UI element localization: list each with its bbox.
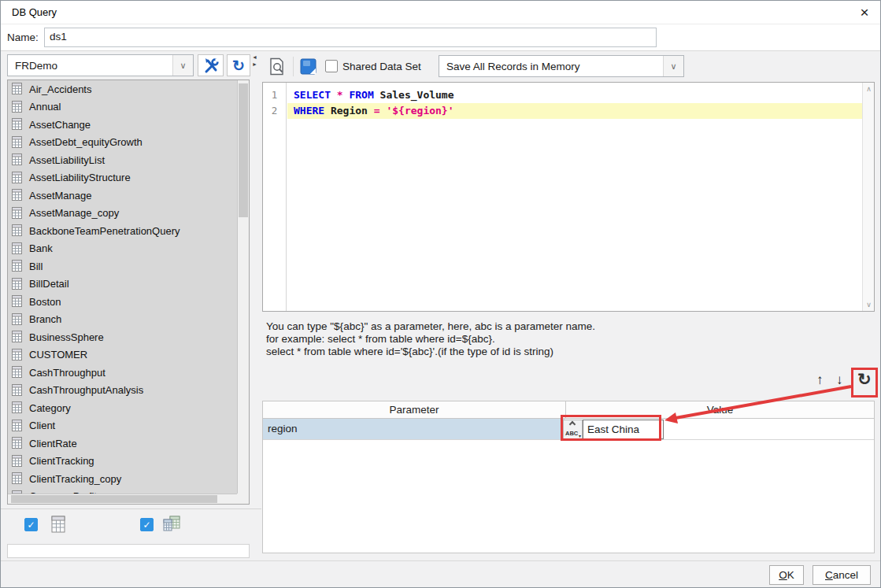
list-item-assetliabilitystructure[interactable]: AssetLiabilityStructure xyxy=(8,169,237,187)
scroll-down-icon[interactable]: ∨ xyxy=(863,298,875,311)
sql-vertical-scrollbar[interactable]: ∧ ∨ xyxy=(862,83,874,311)
list-item-category[interactable]: Category xyxy=(8,399,237,417)
list-item-cashthroughputanalysis[interactable]: CashThroughputAnalysis xyxy=(8,382,237,400)
connection-config-button[interactable] xyxy=(198,54,224,76)
list-item-clienttracking[interactable]: ClientTracking xyxy=(8,453,237,471)
refresh-params-icon[interactable]: ↻ xyxy=(857,370,872,389)
move-param-down-icon[interactable]: ↓ xyxy=(836,372,843,388)
chevron-down-icon: ∨ xyxy=(172,55,193,76)
connection-select-value: FRDemo xyxy=(8,60,172,72)
table-icon xyxy=(12,224,23,237)
parameter-table: Parameter Value region ABC ▾ East China xyxy=(262,401,875,553)
table-icon xyxy=(12,366,23,379)
parameter-name-cell[interactable]: region xyxy=(263,419,565,439)
table-icon xyxy=(12,331,23,343)
preview-icon xyxy=(269,57,286,76)
list-item-boston[interactable]: Boston xyxy=(8,293,237,311)
table-icon xyxy=(12,189,23,202)
column-header-parameter: Parameter xyxy=(263,401,566,418)
list-item-cashthroughput[interactable]: CashThroughput xyxy=(8,364,237,382)
list-item-assetmanage[interactable]: AssetManage xyxy=(8,187,237,205)
panel-splitter[interactable]: ◄ ► xyxy=(251,51,261,552)
move-param-up-icon[interactable]: ↑ xyxy=(816,372,824,388)
storage-mode-value: Save All Records in Memory xyxy=(439,61,663,72)
show-views-checkbox[interactable]: ✓ xyxy=(140,518,154,531)
parameter-table-header: Parameter Value xyxy=(263,401,874,419)
connection-refresh-button[interactable]: ↻ xyxy=(227,54,250,76)
table-list-horizontal-scrollbar[interactable] xyxy=(8,494,237,504)
table-icon xyxy=(12,401,23,414)
scroll-up-icon[interactable]: ∧ xyxy=(863,83,875,95)
check-icon: ✓ xyxy=(27,520,35,531)
list-item-assetliabilitylist[interactable]: AssetLiabilityList xyxy=(8,151,237,169)
table-name-label: ClientRate xyxy=(29,438,77,449)
toolbar-separator xyxy=(293,57,294,76)
preview-button[interactable] xyxy=(267,56,288,77)
sql-editor[interactable]: 12 SELECT * FROM Sales_VolumeWHERE Regio… xyxy=(262,82,875,312)
save-icon xyxy=(300,58,317,76)
list-item-backboneteampenetrationquery[interactable]: BackboneTeamPenetrationQuery xyxy=(8,222,237,240)
table-name-label: CashThroughput xyxy=(29,367,105,379)
left-panel-footer-box xyxy=(7,544,250,558)
list-item-businesssphere[interactable]: BusinessSphere xyxy=(8,328,237,346)
table-list-vertical-scrollbar[interactable] xyxy=(237,80,249,494)
table-name-label: BackboneTeamPenetrationQuery xyxy=(29,225,180,237)
table-icon xyxy=(12,207,23,220)
list-item-branch[interactable]: Branch xyxy=(8,311,237,329)
divider xyxy=(1,508,261,509)
connection-select[interactable]: FRDemo ∨ xyxy=(7,54,194,76)
sql-line-1[interactable]: SELECT * FROM Sales_Volume xyxy=(287,87,863,103)
storage-mode-select[interactable]: Save All Records in Memory ∨ xyxy=(439,55,684,77)
chevron-down-icon: ∨ xyxy=(663,56,683,76)
cancel-button[interactable]: Cancel xyxy=(813,565,871,585)
table-icon xyxy=(12,101,23,113)
sql-token: = xyxy=(374,105,380,116)
scrollbar-thumb[interactable] xyxy=(11,495,217,503)
list-item-bill[interactable]: Bill xyxy=(8,257,237,276)
list-item-clienttracking_copy[interactable]: ClientTracking_copy xyxy=(8,470,237,488)
table-name-label: Boston xyxy=(29,296,61,308)
save-dataset-button[interactable] xyxy=(298,57,319,77)
collapse-left-icon[interactable]: ◄ xyxy=(252,54,257,60)
help-line: for example: select * from table where i… xyxy=(266,333,864,346)
show-tables-checkbox[interactable]: ✓ xyxy=(24,518,38,531)
sql-line-2[interactable]: WHERE Region = '${region}' xyxy=(287,103,863,119)
list-item-client[interactable]: Client xyxy=(8,417,237,435)
list-item-bank[interactable]: Bank xyxy=(8,240,237,258)
sql-token: * xyxy=(337,89,343,101)
table-row[interactable]: region ABC ▾ East China xyxy=(263,419,874,440)
list-item-assetchange[interactable]: AssetChange xyxy=(8,116,237,134)
scrollbar-thumb[interactable] xyxy=(239,83,248,217)
view-filter-icon xyxy=(162,515,182,534)
list-item-air_accidents[interactable]: Air_Accidents xyxy=(8,80,237,98)
check-icon: ✓ xyxy=(143,520,150,531)
help-line: You can type "${abc}" as a parameter, he… xyxy=(266,320,864,333)
list-item-assetmanage_copy[interactable]: AssetManage_copy xyxy=(8,205,237,223)
sql-token: WHERE xyxy=(294,105,324,116)
parameter-value-input[interactable]: East China xyxy=(583,420,664,439)
list-item-assetdebt_equitygrowth[interactable]: AssetDebt_equityGrowth xyxy=(8,134,237,152)
table-name-label: AssetLiabilityStructure xyxy=(29,172,131,183)
shared-dataset-checkbox[interactable] xyxy=(325,60,338,72)
db-query-dialog: DB Query × Name: ds1 FRDemo ∨ ↻ ◄ ► Air_… xyxy=(0,0,881,588)
sql-code-area[interactable]: SELECT * FROM Sales_VolumeWHERE Region =… xyxy=(287,83,863,311)
ok-button[interactable]: OK xyxy=(769,565,804,585)
table-name-label: Annual xyxy=(29,101,61,113)
list-item-clientrate[interactable]: ClientRate xyxy=(8,435,237,453)
table-name-label: Bill xyxy=(29,261,43,272)
name-label: Name: xyxy=(7,31,39,43)
table-name-label: Bank xyxy=(29,242,53,254)
list-item-customer[interactable]: CUSTOMER xyxy=(8,346,237,364)
table-icon xyxy=(12,420,23,432)
name-input[interactable]: ds1 xyxy=(44,28,657,47)
list-item-annual[interactable]: Annual xyxy=(8,98,237,116)
table-name-label: Client xyxy=(29,420,55,431)
wrench-screwdriver-icon xyxy=(202,57,220,74)
collapse-right-icon[interactable]: ► xyxy=(252,61,257,67)
value-type-selector[interactable]: ABC ▾ xyxy=(563,420,583,439)
line-number: 2 xyxy=(263,103,286,119)
table-icon xyxy=(12,384,23,397)
shared-dataset-label: Shared Data Set xyxy=(342,61,421,72)
list-item-billdetail[interactable]: BillDetail xyxy=(8,276,237,294)
close-icon[interactable]: × xyxy=(854,3,875,22)
